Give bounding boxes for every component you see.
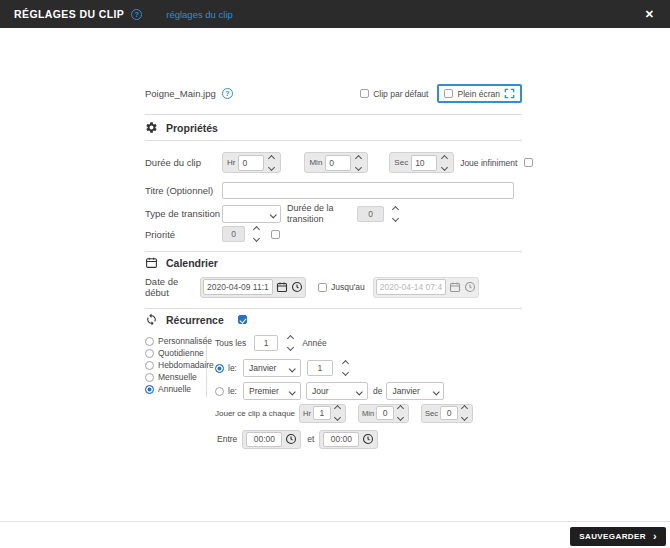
transition-duration-value: 0	[357, 206, 384, 222]
radio-button[interactable]	[145, 349, 154, 358]
fullscreen-checkbox[interactable]	[444, 89, 453, 98]
radio-button[interactable]	[145, 373, 154, 382]
play-min-input[interactable]	[376, 406, 394, 420]
min-unit-label: Min	[362, 409, 374, 418]
chevron-down-icon	[290, 366, 296, 372]
play-sec-input[interactable]	[440, 406, 458, 420]
transition-type-select[interactable]	[222, 205, 281, 223]
gear-icon	[145, 121, 158, 134]
clock-picker-icon[interactable]	[285, 433, 297, 445]
duration-min-input[interactable]	[325, 155, 351, 171]
recurrence-option-personnalisee[interactable]: Personnalisée	[145, 335, 206, 347]
priority-row: Priorité 0	[145, 226, 280, 242]
calendar-section-header: Calendrier	[145, 255, 522, 270]
of-month-select[interactable]: Janvier	[386, 382, 444, 400]
weekday-select[interactable]: Jour	[306, 382, 368, 400]
title-row: Titre (Optionnel)	[145, 182, 514, 199]
start-date-label: Date de début	[145, 276, 200, 298]
title-input[interactable]	[222, 182, 514, 199]
breadcrumb-link[interactable]: réglages du clip	[166, 9, 233, 20]
default-clip-checkbox[interactable]	[360, 89, 369, 98]
start-date-row: Date de début Jusqu'au	[145, 276, 479, 298]
duration-min-group: Min	[304, 152, 368, 173]
duration-sec-spinner[interactable]	[440, 156, 449, 170]
priority-checkbox[interactable]	[271, 230, 280, 239]
calendar-icon	[145, 256, 158, 269]
radio-button-selected[interactable]	[145, 385, 154, 394]
loop-label: Joue infiniment	[460, 158, 517, 168]
recurrence-enabled-checkbox[interactable]	[238, 315, 247, 324]
recurrence-icon	[145, 313, 158, 326]
duration-sec-group: Sec	[389, 152, 454, 173]
on-label: le:	[228, 363, 237, 373]
recurrence-option-annuelle[interactable]: Annuelle	[145, 383, 206, 395]
every-value-input[interactable]	[254, 335, 278, 351]
calendar-picker-icon[interactable]	[276, 281, 288, 293]
properties-section-header: Propriétés	[145, 114, 522, 141]
clip-filename: Poigne_Main.jpg	[145, 88, 216, 99]
close-icon[interactable]: ✕	[643, 6, 656, 23]
recurrence-option-hebdomadaire[interactable]: Hebdomadaire	[145, 359, 206, 371]
fullscreen-icon[interactable]	[504, 88, 515, 99]
on-ordinal-radio[interactable]	[215, 387, 224, 396]
priority-label: Priorité	[145, 229, 222, 240]
between-end-group	[319, 430, 378, 449]
calendar-picker-icon[interactable]	[449, 281, 461, 293]
play-min-spinner[interactable]	[396, 406, 405, 420]
on-label: le:	[228, 386, 237, 396]
until-checkbox[interactable]	[318, 283, 327, 292]
recurrence-option-mensuelle[interactable]: Mensuelle	[145, 371, 206, 383]
day-of-month-spinner[interactable]	[341, 361, 350, 375]
day-of-month-input[interactable]	[307, 360, 333, 376]
transition-duration-label: Durée de la transition	[287, 203, 351, 225]
clip-settings-dialog: RÉGLAGES DU CLIP ? réglages du clip ✕ Po…	[0, 0, 670, 548]
transition-duration-spinner[interactable]	[391, 207, 400, 221]
loop-checkbox[interactable]	[524, 158, 533, 167]
duration-hr-spinner[interactable]	[267, 156, 276, 170]
duration-min-spinner[interactable]	[354, 156, 363, 170]
month-select[interactable]: Janvier	[243, 359, 301, 377]
radio-button[interactable]	[145, 361, 154, 370]
play-sec-spinner[interactable]	[460, 406, 469, 420]
properties-section-title: Propriétés	[166, 122, 218, 134]
chevron-down-icon	[270, 212, 276, 218]
recurrence-section-title: Récurrence	[166, 314, 224, 326]
min-unit-label: Min	[309, 158, 322, 167]
save-button[interactable]: SAUVEGARDER ›	[570, 527, 666, 546]
until-date-input[interactable]	[376, 279, 446, 295]
play-hr-input[interactable]	[313, 406, 331, 420]
play-sec-group: Sec	[421, 404, 473, 423]
hr-unit-label: Hr	[227, 158, 235, 167]
on-month-day-radio[interactable]	[215, 364, 224, 373]
footer-divider	[0, 521, 670, 522]
on-month-day-row: le: Janvier	[215, 358, 350, 378]
between-start-input[interactable]	[246, 432, 282, 447]
fullscreen-option[interactable]: Plein écran	[437, 84, 522, 103]
help-icon[interactable]: ?	[131, 9, 142, 20]
calendar-section-title: Calendrier	[166, 257, 218, 269]
clock-picker-icon[interactable]	[362, 433, 374, 445]
every-value-spinner[interactable]	[286, 336, 295, 350]
clock-picker-icon[interactable]	[464, 281, 476, 293]
priority-spinner[interactable]	[252, 227, 261, 241]
default-clip-label: Clip par défaut	[373, 89, 428, 99]
duration-sec-input[interactable]	[411, 155, 437, 171]
header-bar: RÉGLAGES DU CLIP ? réglages du clip ✕	[0, 0, 670, 28]
duration-row: Durée du clip Hr Min Sec Joue infiniment	[145, 152, 533, 173]
play-every-label: Jouer ce clip à chaque	[215, 409, 295, 418]
recurrence-section-header: Récurrence	[145, 312, 522, 327]
start-date-input[interactable]	[203, 279, 273, 295]
play-every-row: Jouer ce clip à chaque Hr Min Sec	[215, 403, 473, 423]
sec-unit-label: Sec	[425, 409, 438, 418]
recurrence-option-quotidienne[interactable]: Quotidienne	[145, 347, 206, 359]
clip-help-icon[interactable]: ?	[222, 88, 233, 99]
fullscreen-label: Plein écran	[457, 89, 500, 99]
between-end-input[interactable]	[323, 432, 359, 447]
every-year-row: Tous les Année	[215, 333, 327, 353]
ordinal-select[interactable]: Premier	[243, 382, 301, 400]
clock-picker-icon[interactable]	[291, 281, 303, 293]
duration-hr-input[interactable]	[238, 155, 264, 171]
radio-button[interactable]	[145, 337, 154, 346]
transition-row: Type de transition Durée de la transitio…	[145, 203, 400, 225]
play-hr-spinner[interactable]	[333, 406, 342, 420]
